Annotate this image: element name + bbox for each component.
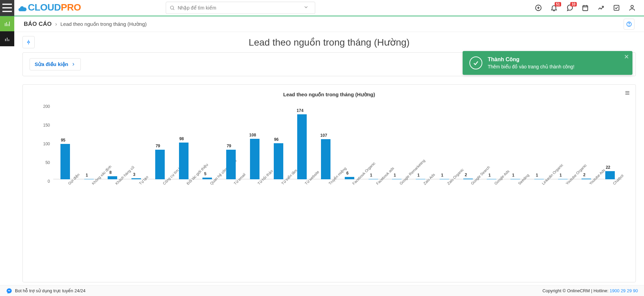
sidebar-tab-reports[interactable] — [0, 16, 14, 31]
page-title: Lead theo nguồn trong tháng (Hường) — [249, 37, 410, 48]
search-icon — [169, 5, 175, 11]
svg-point-3 — [171, 6, 174, 9]
bar-value-label: 96 — [270, 137, 283, 142]
svg-line-4 — [173, 9, 174, 10]
chevron-right-icon — [71, 62, 76, 67]
messages-button[interactable]: 10 — [566, 4, 573, 12]
calendar-button[interactable] — [582, 4, 589, 12]
logo-text1: CLOUD — [28, 2, 61, 13]
footer-bot-text[interactable]: Bot hỗ trợ sử dụng trực tuyến 24/24 — [15, 288, 86, 293]
breadcrumb-root[interactable]: BÁO CÁO — [24, 21, 52, 28]
chart-card: Lead theo nguồn trong tháng (Hường) 0501… — [22, 84, 636, 282]
bar-value-label: 1 — [554, 173, 568, 178]
bar-value-label: 107 — [317, 133, 330, 138]
search-input[interactable] — [178, 5, 311, 11]
messenger-icon — [6, 288, 12, 294]
svg-rect-8 — [583, 6, 588, 11]
global-search[interactable] — [166, 2, 315, 14]
footer: Bot hỗ trợ sử dụng trực tuyến 24/24 Copy… — [0, 285, 644, 296]
chart-menu-button[interactable] — [624, 89, 631, 98]
chart-bar[interactable] — [108, 176, 117, 179]
bar-value-label: 1 — [80, 173, 94, 178]
notifications-badge: 51 — [555, 2, 561, 6]
y-tick: 50 — [46, 160, 50, 165]
chart-bar[interactable] — [416, 179, 425, 179]
chart-bar[interactable] — [274, 143, 283, 179]
bar-value-label: 1 — [506, 173, 520, 178]
bar-value-label: 98 — [175, 136, 189, 141]
user-button[interactable] — [628, 4, 636, 12]
footer-copyright: Copyright © OnlineCRM | Hotline: — [542, 288, 610, 293]
pin-button[interactable] — [22, 36, 35, 48]
chart-bar[interactable] — [321, 139, 330, 179]
bar-value-label: 174 — [293, 108, 307, 113]
bar-value-label: 1 — [530, 173, 544, 178]
chart-bar[interactable] — [84, 179, 94, 179]
bar-value-label: 22 — [601, 165, 615, 170]
chart-bar[interactable] — [582, 179, 591, 179]
bar-value-label: 3 — [127, 172, 141, 177]
svg-rect-12 — [614, 5, 619, 11]
toast-message: Thêm biểu đồ vào trang chủ thành công! — [488, 64, 574, 69]
chart-bar[interactable] — [250, 139, 260, 179]
chart-bar[interactable] — [440, 179, 449, 179]
chart-bar[interactable] — [345, 177, 354, 179]
toast-close-button[interactable]: ✕ — [624, 53, 629, 61]
chart-bar[interactable] — [369, 179, 378, 179]
bar-value-label: 1 — [388, 173, 401, 178]
bar-value-label: 1 — [483, 173, 496, 178]
footer-hotline[interactable]: 1900 29 29 90 — [610, 288, 638, 293]
sidebar-tab-secondary[interactable] — [0, 31, 14, 46]
y-tick: 100 — [43, 142, 50, 146]
bar-value-label: 2 — [577, 172, 591, 177]
logo-text2: PRO — [61, 2, 81, 13]
edit-conditions-label: Sửa điều kiện — [35, 61, 68, 67]
add-button[interactable] — [535, 4, 542, 12]
y-tick: 0 — [48, 179, 50, 184]
y-tick: 150 — [43, 123, 50, 128]
tasks-button[interactable] — [613, 4, 620, 12]
chevron-down-icon[interactable] — [303, 4, 311, 11]
chart-title: Lead theo nguồn trong tháng (Hường) — [33, 92, 625, 98]
edit-conditions-button[interactable]: Sửa điều kiện — [30, 58, 81, 70]
logo[interactable]: CLOUDPRO — [18, 2, 81, 14]
chart-bar[interactable] — [463, 179, 473, 179]
svg-point-22 — [629, 25, 629, 26]
chart-bar[interactable] — [202, 178, 212, 180]
bar-value-label: 79 — [222, 144, 236, 148]
chart-bar[interactable] — [487, 179, 496, 179]
bar-value-label: 108 — [246, 133, 260, 137]
chart-bar[interactable] — [297, 114, 307, 179]
x-tick-label: Chatbot — [612, 156, 641, 185]
chart-bar[interactable] — [131, 178, 141, 179]
y-tick: 200 — [43, 104, 50, 109]
messages-badge: 10 — [570, 2, 577, 6]
chart-bar[interactable] — [605, 171, 615, 179]
chart-bar[interactable] — [534, 179, 544, 179]
chevron-right-icon: › — [55, 21, 57, 27]
chart-bar[interactable] — [179, 143, 189, 179]
bar-value-label: 5 — [198, 171, 212, 176]
chart-bar[interactable] — [392, 179, 401, 179]
bar-value-label: 79 — [151, 144, 165, 148]
notifications-button[interactable]: 51 — [550, 4, 558, 12]
bar-value-label: 8 — [104, 170, 117, 175]
toast-title: Thành Công — [488, 56, 574, 63]
analytics-button[interactable] — [597, 4, 605, 12]
chart-bar[interactable] — [226, 150, 236, 179]
chart-bar[interactable] — [155, 150, 165, 179]
bar-value-label: 1 — [412, 173, 425, 178]
bar-value-label: 1 — [364, 173, 378, 178]
bar-value-label: 1 — [435, 173, 449, 178]
success-toast: Thành Công Thêm biểu đồ vào trang chủ th… — [463, 51, 632, 75]
svg-point-13 — [631, 5, 633, 8]
left-sidebar — [0, 16, 14, 285]
chart-bar[interactable] — [60, 144, 70, 180]
help-button[interactable] — [624, 19, 634, 30]
chart-bar[interactable] — [511, 179, 520, 179]
breadcrumb-item[interactable]: Lead theo nguồn trong tháng (Hường) — [60, 21, 147, 27]
main-menu-button[interactable] — [0, 0, 14, 16]
bar-value-label: 95 — [56, 138, 70, 143]
chart-bar[interactable] — [558, 179, 568, 179]
cloud-icon — [18, 4, 27, 14]
